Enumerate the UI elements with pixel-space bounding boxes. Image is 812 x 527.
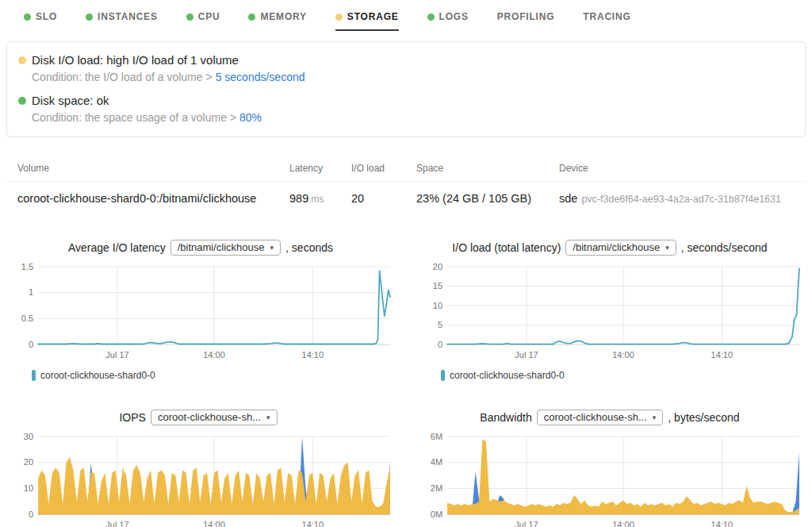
chart-unit-suffix: , bytes/second bbox=[668, 411, 739, 424]
svg-text:14:10: 14:10 bbox=[302, 350, 324, 360]
selected-volume: /bitnami/clickhouse bbox=[178, 241, 265, 253]
chart-title: Average I/O latency /bitnami/clickhouse▾… bbox=[6, 240, 395, 256]
tab-slo[interactable]: SLO bbox=[24, 11, 57, 31]
chart-title-text: Bandwidth bbox=[480, 411, 531, 424]
svg-text:10: 10 bbox=[433, 301, 442, 310]
charts-grid: Average I/O latency /bitnami/clickhouse▾… bbox=[6, 240, 804, 527]
device-pvc-id: pvc-f3de6f64-ae93-4a2a-ad7c-31b87f4e1631 bbox=[581, 194, 781, 205]
svg-text:Jul 17: Jul 17 bbox=[105, 350, 128, 360]
chart-title: Bandwidth coroot-clickhouse-sh...▾ , byt… bbox=[416, 410, 804, 425]
svg-text:Jul 17: Jul 17 bbox=[105, 521, 128, 527]
svg-text:6M: 6M bbox=[431, 432, 442, 441]
threshold-link[interactable]: 5 seconds/second bbox=[216, 71, 305, 83]
threshold-link[interactable]: 80% bbox=[239, 111, 262, 124]
chart-avg-io-latency: Average I/O latency /bitnami/clickhouse▾… bbox=[6, 240, 395, 381]
tab-cpu[interactable]: CPU bbox=[186, 11, 220, 31]
check-disk-space: Disk space: ok Condition: the space usag… bbox=[18, 94, 792, 124]
svg-text:14:10: 14:10 bbox=[711, 521, 733, 527]
latency-line-chart: 00.511.5Jul 1714:0014:10 bbox=[6, 260, 395, 367]
status-dot bbox=[335, 13, 343, 21]
svg-text:20: 20 bbox=[433, 262, 442, 271]
tab-bar: SLO INSTANCES CPU MEMORY STORAGE LOGS PR… bbox=[0, 0, 812, 31]
legend-item[interactable]: coroot-clickhouse-shard0-0 bbox=[32, 370, 155, 381]
volume-selector-dropdown[interactable]: /bitnami/clickhouse▾ bbox=[170, 240, 281, 256]
svg-text:5: 5 bbox=[438, 320, 442, 329]
chevron-down-icon: ▾ bbox=[665, 244, 669, 252]
svg-text:4M: 4M bbox=[431, 458, 442, 467]
latency-cell: 989ms bbox=[289, 192, 351, 205]
tab-instances[interactable]: INSTANCES bbox=[86, 11, 158, 31]
chevron-down-icon: ▾ bbox=[270, 244, 274, 252]
checks-panel: Disk I/O load: high I/O load of 1 volume… bbox=[6, 41, 806, 137]
chart-unit-suffix: , seconds/second bbox=[681, 241, 768, 254]
table-row: coroot-clickhouse-shard0-0:/bitnami/clic… bbox=[6, 182, 806, 216]
svg-text:1.5: 1.5 bbox=[21, 262, 33, 271]
volume-selector-dropdown[interactable]: /bitnami/clickhouse▾ bbox=[565, 240, 676, 256]
chart-title: IOPS coroot-clickhouse-sh...▾ bbox=[6, 410, 395, 425]
chart-title-text: IOPS bbox=[119, 411, 145, 424]
tab-label: LOGS bbox=[439, 11, 469, 22]
legend-label: coroot-clickhouse-shard0-0 bbox=[40, 370, 155, 381]
check-title: Disk space: ok bbox=[32, 94, 109, 107]
svg-text:Jul 17: Jul 17 bbox=[515, 350, 538, 360]
check-condition: Condition: the space usage of a volume >… bbox=[32, 111, 792, 124]
chart-bandwidth: Bandwidth coroot-clickhouse-sh...▾ , byt… bbox=[416, 410, 804, 527]
svg-text:20: 20 bbox=[24, 458, 33, 467]
chart-title-text: I/O load (total latency) bbox=[452, 241, 561, 254]
volume-name: coroot-clickhouse-shard0-0:/bitnami/clic… bbox=[17, 192, 289, 205]
svg-text:0: 0 bbox=[29, 340, 33, 349]
device-name: sde bbox=[559, 192, 577, 205]
col-latency: Latency bbox=[289, 163, 351, 174]
tab-label: MEMORY bbox=[260, 11, 306, 22]
bandwidth-area-chart: 0M2M4M6MJul 1714:0014:10 bbox=[416, 430, 804, 527]
warning-dot-icon bbox=[18, 56, 26, 64]
tab-label: CPU bbox=[198, 11, 220, 22]
status-dot bbox=[24, 13, 31, 21]
tab-profiling[interactable]: PROFILING bbox=[497, 11, 555, 31]
svg-text:14:10: 14:10 bbox=[302, 521, 324, 527]
legend-swatch bbox=[441, 370, 445, 381]
legend-swatch bbox=[32, 370, 36, 381]
latency-value: 989 bbox=[289, 192, 308, 205]
tab-storage[interactable]: STORAGE bbox=[335, 11, 399, 31]
chart-title-text: Average I/O latency bbox=[68, 241, 166, 254]
tab-label: TRACING bbox=[583, 11, 630, 22]
tab-tracing[interactable]: TRACING bbox=[583, 11, 630, 31]
ok-dot-icon bbox=[18, 97, 26, 105]
chart-legend: coroot-clickhouse-shard0-0 bbox=[441, 370, 804, 381]
status-dot bbox=[86, 13, 93, 21]
svg-text:14:00: 14:00 bbox=[203, 521, 225, 527]
tab-logs[interactable]: LOGS bbox=[427, 11, 469, 31]
space-cell: 23% (24 GB / 105 GB) bbox=[416, 192, 559, 205]
tab-label: SLO bbox=[36, 11, 57, 22]
chart-io-load: I/O load (total latency) /bitnami/clickh… bbox=[416, 240, 804, 381]
svg-text:Jul 17: Jul 17 bbox=[515, 521, 538, 527]
chevron-down-icon: ▾ bbox=[266, 414, 270, 421]
tab-memory[interactable]: MEMORY bbox=[248, 11, 306, 31]
tab-label: STORAGE bbox=[347, 11, 399, 22]
volumes-table: Volume Latency I/O load Space Device cor… bbox=[6, 156, 806, 216]
condition-text: Condition: the space usage of a volume > bbox=[32, 111, 236, 124]
chart-title: I/O load (total latency) /bitnami/clickh… bbox=[416, 240, 804, 256]
svg-text:14:00: 14:00 bbox=[612, 350, 634, 360]
svg-text:14:00: 14:00 bbox=[203, 350, 225, 360]
volume-selector-dropdown[interactable]: coroot-clickhouse-sh...▾ bbox=[537, 410, 664, 425]
chevron-down-icon: ▾ bbox=[653, 414, 657, 421]
status-dot bbox=[248, 13, 255, 21]
col-device: Device bbox=[559, 163, 806, 174]
svg-text:0.5: 0.5 bbox=[21, 314, 33, 323]
status-dot bbox=[186, 13, 193, 21]
svg-text:30: 30 bbox=[24, 432, 33, 441]
legend-label: coroot-clickhouse-shard0-0 bbox=[450, 370, 565, 381]
device-cell: sdepvc-f3de6f64-ae93-4a2a-ad7c-31b87f4e1… bbox=[559, 192, 806, 205]
legend-item[interactable]: coroot-clickhouse-shard0-0 bbox=[441, 370, 565, 381]
svg-text:1: 1 bbox=[29, 287, 33, 297]
svg-text:15: 15 bbox=[433, 281, 442, 290]
iops-area-chart: 0102030Jul 1714:0014:10 bbox=[6, 430, 395, 527]
chart-iops: IOPS coroot-clickhouse-sh...▾ 0102030Jul… bbox=[6, 410, 395, 527]
io-load-cell: 20 bbox=[351, 192, 416, 205]
col-volume: Volume bbox=[17, 163, 289, 174]
volume-selector-dropdown[interactable]: coroot-clickhouse-sh...▾ bbox=[151, 410, 278, 425]
svg-text:0: 0 bbox=[29, 510, 33, 519]
selected-volume: coroot-clickhouse-sh... bbox=[158, 411, 261, 423]
